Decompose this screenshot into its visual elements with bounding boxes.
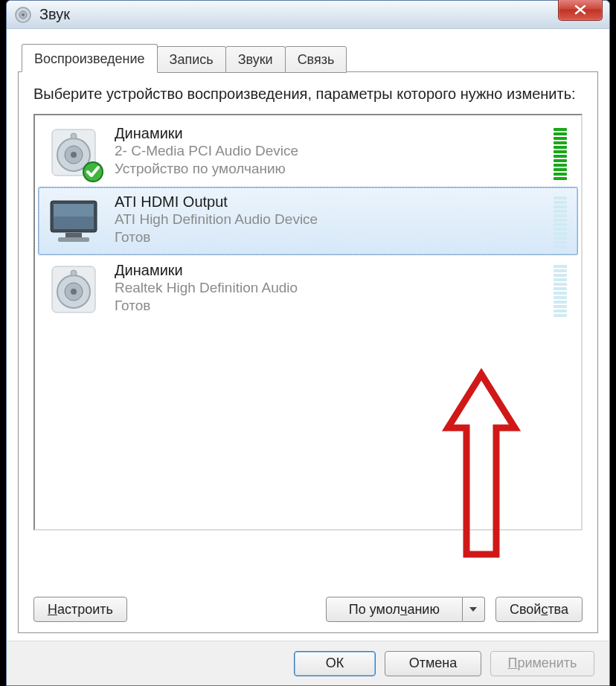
client-area: ВоспроизведениеЗаписьЗвукиСвязь Выберите…	[18, 44, 598, 633]
device-status: Готов	[115, 228, 548, 246]
device-name: ATI HDMI Output	[115, 193, 548, 211]
device-name: Динамики	[115, 125, 548, 142]
svg-point-7	[71, 133, 77, 139]
set-default-dropdown[interactable]	[463, 597, 485, 622]
cancel-button[interactable]: Отмена	[385, 651, 481, 676]
level-meter	[554, 263, 567, 317]
svg-rect-11	[54, 204, 94, 217]
svg-point-17	[71, 289, 77, 295]
panel-prompt: Выберите устройство воспроизведения, пар…	[33, 84, 583, 103]
chevron-down-icon	[469, 607, 477, 612]
tab-1[interactable]: Запись	[157, 46, 226, 73]
tab-2[interactable]: Звуки	[225, 46, 286, 73]
playback-panel: Выберите устройство воспроизведения, пар…	[18, 71, 598, 633]
device-row[interactable]: ДинамикиRealtek High Definition AudioГот…	[38, 255, 578, 324]
set-default-button[interactable]: По умолчанию	[326, 597, 463, 622]
tabstrip: ВоспроизведениеЗаписьЗвукиСвязь	[18, 44, 598, 72]
default-device-badge-icon	[82, 161, 104, 183]
device-name: Динамики	[115, 262, 548, 279]
window-title: Звук	[39, 6, 70, 23]
device-row[interactable]: ATI HDMI OutputATI High Definition Audio…	[38, 187, 578, 255]
panel-button-row: Настроить По умолчанию Свойства	[33, 597, 583, 622]
close-icon	[574, 4, 586, 15]
svg-point-18	[71, 270, 77, 276]
svg-rect-13	[58, 237, 89, 242]
close-button[interactable]	[558, 0, 603, 21]
device-row[interactable]: Динамики2- C-Media PCI Audio DeviceУстро…	[38, 118, 578, 187]
device-list[interactable]: Динамики2- C-Media PCI Audio DeviceУстро…	[33, 114, 583, 530]
set-default-splitbutton: По умолчанию	[326, 597, 485, 622]
level-meter	[554, 126, 567, 180]
svg-rect-12	[65, 233, 82, 237]
titlebar[interactable]: Звук	[7, 1, 609, 29]
speaker-icon	[45, 124, 103, 182]
ok-button[interactable]: ОК	[294, 651, 376, 676]
device-driver: ATI High Definition Audio Device	[115, 211, 548, 228]
device-status: Устройство по умолчанию	[115, 160, 548, 178]
tab-0[interactable]: Воспроизведение	[22, 44, 158, 72]
apply-button[interactable]: Применить	[490, 651, 594, 676]
svg-point-6	[71, 152, 77, 158]
device-status: Готов	[115, 297, 548, 315]
annotation-arrow-icon	[440, 368, 522, 562]
properties-button[interactable]: Свойства	[495, 597, 583, 622]
svg-point-2	[22, 13, 25, 16]
device-driver: 2- C-Media PCI Audio Device	[115, 142, 548, 160]
configure-button[interactable]: Настроить	[33, 597, 127, 622]
sound-dialog-window: Звук ВоспроизведениеЗаписьЗвукиСвязь Выб…	[6, 0, 610, 686]
monitor-icon	[45, 192, 103, 250]
level-meter	[554, 195, 567, 249]
sound-app-icon	[14, 6, 32, 24]
device-driver: Realtek High Definition Audio	[115, 279, 548, 297]
dialog-button-bar: ОК Отмена Применить	[7, 641, 609, 685]
tab-3[interactable]: Связь	[285, 46, 347, 73]
speaker-icon	[45, 260, 103, 318]
